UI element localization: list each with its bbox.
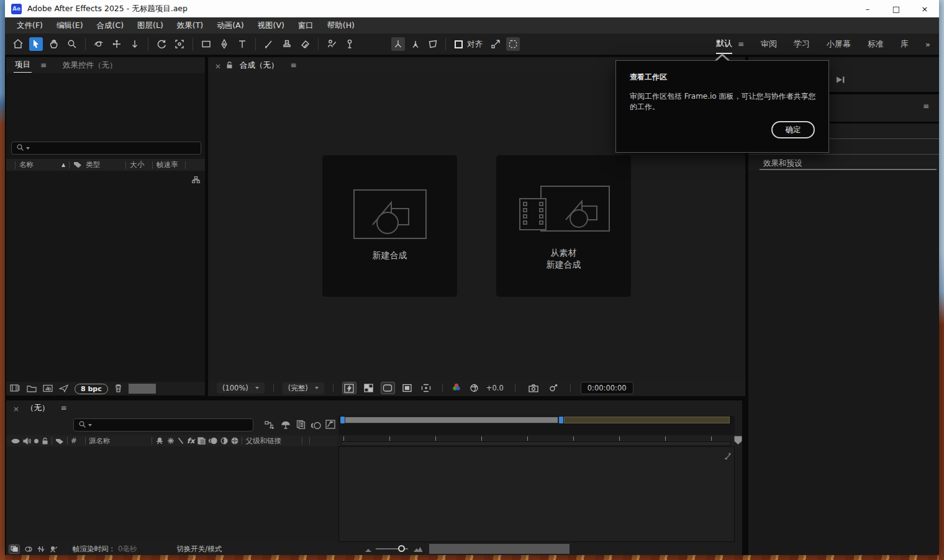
workspace-tab-review[interactable]: 审阅 <box>761 35 777 53</box>
workspace-menu-icon[interactable]: ≡ <box>738 40 744 48</box>
exposure-value[interactable]: +0.0 <box>486 384 504 392</box>
frame-blend-switch-icon[interactable] <box>197 435 206 447</box>
panel-menu-icon[interactable]: ≡ <box>923 102 929 111</box>
close-tab-icon[interactable] <box>14 402 19 414</box>
tooltip-ok-button[interactable]: 确定 <box>771 121 815 138</box>
3d-layer-icon[interactable] <box>231 435 238 447</box>
column-parent-link[interactable]: 父级和链接 <box>245 436 299 446</box>
menu-effect[interactable]: 效果(T) <box>170 20 210 31</box>
label-tag-icon[interactable] <box>73 159 82 171</box>
new-composition-from-footage-card[interactable]: 从素材 新建合成 <box>496 155 631 297</box>
lock-icon[interactable] <box>226 60 233 71</box>
channel-color-icon[interactable] <box>452 382 462 394</box>
collapse-transforms-icon[interactable] <box>167 435 175 447</box>
zoom-slider-knob[interactable] <box>398 545 405 552</box>
frame-blending-icon[interactable] <box>296 420 306 431</box>
new-folder-icon[interactable] <box>27 383 37 395</box>
mini-flowchart-icon[interactable] <box>265 420 275 432</box>
eraser-tool-icon[interactable] <box>298 37 312 51</box>
maximize-button[interactable]: □ <box>882 0 910 17</box>
rectangle-tool-icon[interactable] <box>199 37 213 51</box>
quality-icon[interactable] <box>178 435 184 447</box>
shy-switch-icon[interactable] <box>155 435 164 447</box>
fast-preview-icon[interactable] <box>342 382 356 394</box>
video-eye-icon[interactable] <box>11 435 20 447</box>
snap-toggle[interactable]: 对齐 <box>454 39 483 50</box>
home-tool-icon[interactable] <box>11 37 25 51</box>
show-snapshot-icon[interactable] <box>546 382 560 394</box>
column-framerate[interactable]: 帧速率 <box>157 160 181 169</box>
menu-view[interactable]: 视图(V) <box>251 20 291 31</box>
menu-animation[interactable]: 动画(A) <box>210 20 250 31</box>
color-depth-button[interactable]: 8 bpc <box>75 384 108 394</box>
zoom-tool-icon[interactable] <box>65 37 79 51</box>
mask-expansion-icon[interactable] <box>506 37 520 51</box>
composition-panel-menu-icon[interactable]: ≡ <box>291 61 297 70</box>
column-number[interactable]: # <box>71 436 82 445</box>
workspace-tab-small-screen[interactable]: 小屏幕 <box>827 35 851 53</box>
world-axis-mode-icon[interactable] <box>409 37 422 51</box>
tab-project[interactable]: 项目 <box>14 58 32 73</box>
timeline-horizontal-scrollbar[interactable] <box>429 544 570 554</box>
column-source-name[interactable]: 源名称 <box>89 436 148 446</box>
time-ruler[interactable] <box>338 435 735 446</box>
adjustment-layer-icon[interactable] <box>220 435 228 447</box>
resolution-dropdown[interactable]: (完整) <box>283 382 324 394</box>
clone-stamp-tool-icon[interactable] <box>280 37 294 51</box>
pan-camera-tool-icon[interactable] <box>110 37 124 51</box>
menu-edit[interactable]: 编辑(E) <box>50 20 90 31</box>
column-type[interactable]: 类型 <box>86 160 122 169</box>
brush-tool-icon[interactable] <box>262 37 276 51</box>
column-name[interactable]: 名称 <box>19 160 58 169</box>
roto-brush-tool-icon[interactable] <box>325 37 338 51</box>
project-search-input[interactable] <box>11 142 201 155</box>
project-panel-menu-icon[interactable]: ≡ <box>40 61 47 70</box>
column-size[interactable]: 大小 <box>130 160 148 169</box>
navigator-start-handle[interactable] <box>340 417 345 423</box>
minimize-button[interactable]: – <box>853 0 882 17</box>
tab-composition[interactable]: 合成（无） <box>238 58 280 73</box>
pen-tool-icon[interactable] <box>217 37 231 51</box>
navigator-end-handle[interactable] <box>559 417 563 423</box>
workspace-tab-default[interactable]: 默认 <box>716 34 732 54</box>
dolly-camera-tool-icon[interactable] <box>128 37 142 51</box>
audio-speaker-icon[interactable] <box>23 435 31 447</box>
expand-layer-switches-icon[interactable] <box>9 544 20 554</box>
mask-visibility-icon[interactable] <box>381 382 395 394</box>
flowchart-view-icon[interactable] <box>192 174 200 186</box>
snapshot-camera-icon[interactable] <box>527 382 541 394</box>
send-icon[interactable] <box>59 383 68 395</box>
tab-effect-controls[interactable]: 效果控件（无） <box>63 60 117 71</box>
puppet-pin-tool-icon[interactable] <box>343 37 356 51</box>
new-composition-card[interactable]: 新建合成 <box>322 155 457 297</box>
sort-arrow-icon[interactable]: ▲ <box>61 162 65 168</box>
lock-icon[interactable] <box>42 435 48 447</box>
expand-inout-pane-icon[interactable] <box>37 543 45 555</box>
motion-blur-switch-icon[interactable] <box>209 435 217 447</box>
menu-layer[interactable]: 图层(L) <box>130 20 170 31</box>
draft-3d-icon[interactable] <box>281 420 291 432</box>
magnification-dropdown[interactable]: (100%) <box>217 382 265 394</box>
toggle-switches-modes-button[interactable]: 切换开关/模式 <box>176 544 222 554</box>
type-tool-icon[interactable] <box>235 37 249 51</box>
timeline-search-input[interactable] <box>73 418 253 431</box>
menu-help[interactable]: 帮助(H) <box>320 20 361 31</box>
orbit-camera-tool-icon[interactable] <box>92 37 106 51</box>
rotation-tool-icon[interactable] <box>155 37 168 51</box>
workspace-tab-standard[interactable]: 标准 <box>868 35 884 53</box>
region-of-interest-icon[interactable] <box>419 382 433 394</box>
interpret-footage-icon[interactable] <box>10 383 20 395</box>
timeline-zoom-slider[interactable] <box>376 545 408 553</box>
shrink-toggle-icon[interactable] <box>489 37 502 51</box>
new-composition-icon[interactable] <box>43 383 53 395</box>
motion-blur-icon[interactable] <box>311 420 321 432</box>
close-button[interactable]: × <box>910 0 939 17</box>
time-navigator-bar[interactable] <box>345 417 558 423</box>
selection-tool-icon[interactable] <box>29 37 43 51</box>
preview-time-field[interactable]: 0:00:00:00 <box>581 382 633 394</box>
local-axis-mode-icon[interactable] <box>391 37 405 51</box>
menu-window[interactable]: 窗口 <box>291 20 320 31</box>
zoom-out-mountain-icon[interactable] <box>365 543 372 555</box>
zoom-in-mountain-icon[interactable] <box>413 543 423 555</box>
workspace-tab-learn[interactable]: 学习 <box>794 35 810 53</box>
